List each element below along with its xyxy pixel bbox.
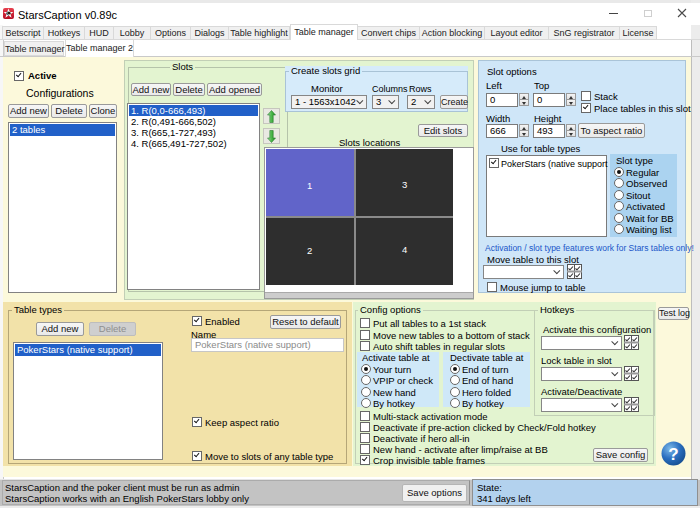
svg-text:?: ? <box>668 445 678 464</box>
